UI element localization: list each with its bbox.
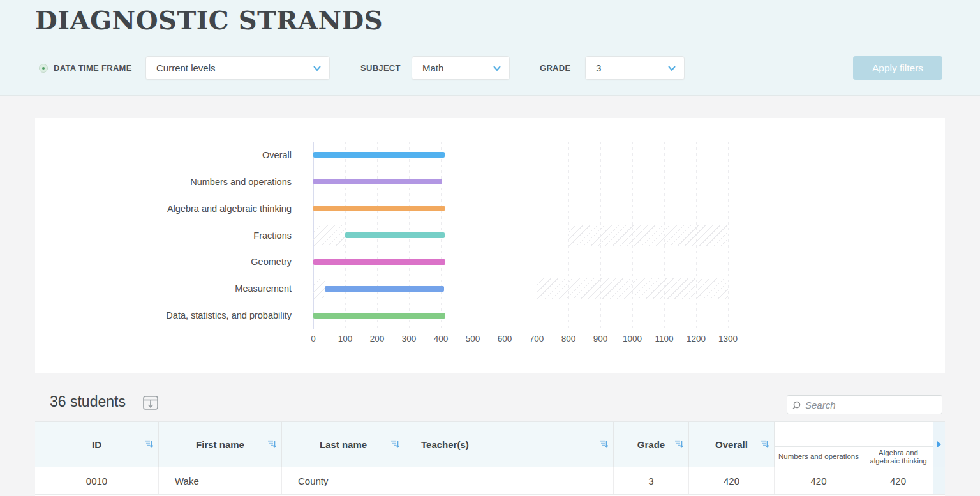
sort-icon[interactable] <box>267 440 277 449</box>
chart-bar-overall[interactable] <box>313 152 445 158</box>
time-frame-select[interactable]: Current levels <box>145 56 330 80</box>
strands-bar-chart: 0100200300400500600700800900100011001200… <box>313 142 763 329</box>
cell-algebra-and-algebraic-thinking: 420 <box>863 467 933 494</box>
column-header-numbers-and-operations[interactable]: Numbers and operations <box>775 447 863 467</box>
column-header-teachers[interactable]: Teacher(s) <box>405 422 614 467</box>
column-header-label: First name <box>196 439 244 450</box>
strands-chart-card: OverallNumbers and operationsAlgebra and… <box>35 118 945 373</box>
chart-category-label: Geometry <box>35 257 292 267</box>
chart-gridline <box>728 142 729 329</box>
scroll-columns-right <box>933 422 945 467</box>
sort-icon[interactable] <box>390 440 400 449</box>
chart-bar-fractions[interactable] <box>345 232 445 238</box>
subject-value: Math <box>422 57 443 79</box>
chart-category-label: Numbers and operations <box>35 177 292 187</box>
grade-label: GRADE <box>540 56 570 80</box>
cell-last-name: County <box>282 467 405 494</box>
search-icon <box>792 400 803 410</box>
cell-id: 0010 <box>35 467 159 494</box>
table-search <box>787 395 942 414</box>
column-header-overall[interactable]: Overall <box>689 422 775 467</box>
page-title: DIAGNOSTIC STRANDS <box>35 5 383 35</box>
chevron-right-icon[interactable] <box>937 440 942 448</box>
chart-category-label: Data, statistics, and probability <box>35 310 292 320</box>
student-count-label: 36 students <box>50 393 126 410</box>
column-header-label: ID <box>92 439 101 450</box>
chart-category-label: Algebra and algebraic thinking <box>35 204 292 214</box>
grade-select[interactable]: 3 <box>585 56 685 80</box>
column-header-label: Teacher(s) <box>421 439 469 450</box>
chevron-down-icon <box>313 64 322 72</box>
time-frame-status-icon <box>39 64 48 73</box>
chart-bar-measurement[interactable] <box>325 286 445 292</box>
chart-gridline <box>537 142 537 329</box>
strand-group-header <box>775 422 933 447</box>
column-header-label: Grade <box>637 439 665 450</box>
chart-gridline <box>473 142 473 329</box>
time-frame-value: Current levels <box>156 57 216 79</box>
search-input[interactable] <box>805 396 939 414</box>
sort-icon[interactable] <box>144 440 154 449</box>
strand-columns-group: Numbers and operations Algebra and algeb… <box>775 422 933 467</box>
cell-overall: 420 <box>689 467 775 494</box>
apply-filters-button[interactable]: Apply filters <box>853 56 942 80</box>
chart-gridline <box>505 142 505 329</box>
column-header-algebra-and-algebraic-thinking[interactable]: Algebra and algebraic thinking <box>863 447 933 467</box>
chevron-down-icon <box>493 64 501 72</box>
chart-out-of-range-hatch <box>313 225 345 246</box>
subject-select[interactable]: Math <box>412 56 510 80</box>
table-row[interactable]: 0010 Wake County 3 420 420 420 <box>35 467 945 495</box>
x-axis-tick-label: 1300 <box>706 334 750 343</box>
chart-out-of-range-hatch <box>313 278 325 299</box>
chart-bar-numbers-and-operations[interactable] <box>313 179 442 184</box>
sort-icon[interactable] <box>674 440 684 449</box>
table-download-icon <box>142 395 159 411</box>
time-frame-label: DATA TIME FRAME <box>54 56 132 80</box>
column-header-grade[interactable]: Grade <box>614 422 689 467</box>
table-header-row: ID First name Last name <box>35 422 945 467</box>
cell-grade: 3 <box>614 467 689 494</box>
grade-value: 3 <box>596 57 601 79</box>
column-header-label: Last name <box>320 439 367 450</box>
column-header-id[interactable]: ID <box>35 422 159 467</box>
chart-bar-data-statistics-and-probability[interactable] <box>313 313 445 319</box>
cell-teachers <box>405 467 614 494</box>
cell-first-name: Wake <box>159 467 282 494</box>
column-header-last-name[interactable]: Last name <box>282 422 405 467</box>
cell-scroll-strip <box>933 467 945 494</box>
page-header: DIAGNOSTIC STRANDS DATA TIME FRAME Curre… <box>0 0 980 96</box>
chart-category-label: Measurement <box>35 283 292 294</box>
chart-out-of-range-hatch <box>568 225 728 246</box>
column-header-label: Overall <box>715 439 748 450</box>
column-header-first-name[interactable]: First name <box>159 422 282 467</box>
filter-bar: DATA TIME FRAME Current levels SUBJECT M… <box>0 56 980 80</box>
cell-numbers-and-operations: 420 <box>775 467 863 494</box>
students-table: ID First name Last name <box>35 421 945 496</box>
subject-label: SUBJECT <box>360 56 401 80</box>
sort-icon[interactable] <box>760 440 769 449</box>
chart-category-label: Overall <box>35 150 292 160</box>
chart-out-of-range-hatch <box>537 278 728 299</box>
sort-icon[interactable] <box>599 440 609 449</box>
chart-bar-geometry[interactable] <box>313 259 445 265</box>
chart-bar-algebra-and-algebraic-thinking[interactable] <box>313 206 445 211</box>
chevron-down-icon <box>667 64 676 72</box>
chart-category-label: Fractions <box>35 230 292 241</box>
export-table-button[interactable] <box>142 395 160 412</box>
